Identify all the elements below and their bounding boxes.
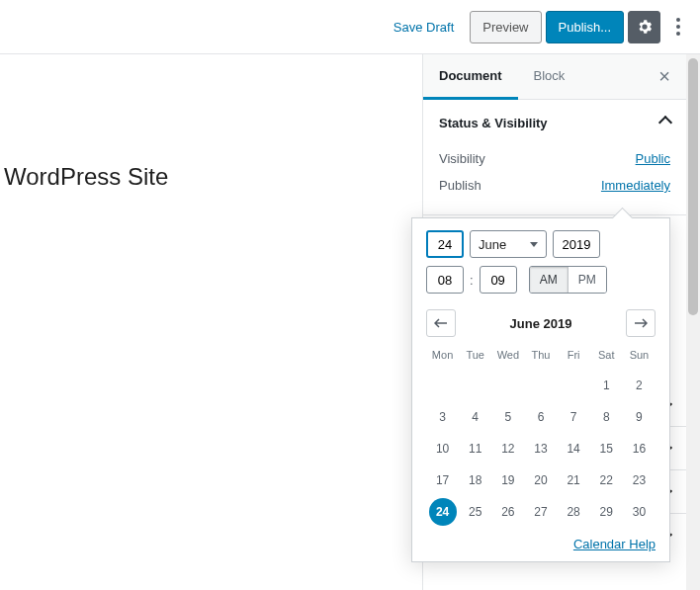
calendar-day[interactable]: 25 — [462, 498, 489, 526]
more-options-button[interactable] — [664, 11, 692, 43]
close-sidebar-button[interactable]: × — [649, 65, 680, 88]
calendar-day[interactable]: 14 — [560, 435, 587, 463]
calendar-dow: Sun — [623, 345, 656, 369]
arrow-right-icon — [634, 318, 648, 328]
visibility-label: Visibility — [439, 151, 485, 166]
calendar-dow: Fri — [558, 345, 590, 369]
scrollbar-thumb[interactable] — [688, 58, 698, 315]
kebab-icon — [676, 18, 680, 36]
calendar: June 2019 MonTueWedThuFriSatSun123456789… — [426, 309, 656, 551]
close-icon: × — [658, 65, 670, 87]
calendar-day[interactable]: 4 — [462, 403, 489, 431]
ampm-toggle: AM PM — [529, 266, 607, 294]
preview-button[interactable]: Preview — [470, 11, 541, 43]
am-button[interactable]: AM — [530, 267, 568, 293]
publish-row: Publish Immediately — [439, 172, 670, 199]
panel-title: Status & Visibility — [439, 116, 548, 130]
calendar-dow: Sat — [590, 345, 623, 369]
calendar-day[interactable]: 27 — [527, 498, 555, 526]
month-select-value: June — [479, 237, 506, 252]
post-title[interactable]: WordPress Site — [0, 163, 422, 191]
calendar-day[interactable]: 2 — [625, 372, 653, 399]
calendar-day[interactable]: 26 — [494, 498, 522, 526]
status-visibility-panel-header[interactable]: Status & Visibility — [423, 100, 686, 145]
editor-canvas[interactable]: WordPress Site — [0, 54, 422, 590]
prev-month-button[interactable] — [426, 309, 456, 337]
hour-input[interactable] — [426, 266, 464, 294]
arrow-left-icon — [434, 318, 448, 328]
calendar-day[interactable]: 8 — [592, 403, 620, 431]
calendar-help-link[interactable]: Calendar Help — [573, 537, 656, 551]
publish-button[interactable]: Publish... — [546, 11, 624, 43]
calendar-day[interactable]: 13 — [527, 435, 555, 463]
month-select[interactable]: June — [470, 230, 547, 258]
calendar-day[interactable]: 21 — [560, 466, 587, 494]
calendar-day[interactable]: 17 — [429, 466, 457, 494]
chevron-up-icon — [660, 115, 670, 130]
calendar-day[interactable]: 23 — [625, 466, 653, 494]
publish-value-link[interactable]: Immediately — [601, 178, 670, 193]
publish-label: Publish — [439, 178, 481, 193]
visibility-row: Visibility Public — [439, 145, 670, 172]
calendar-day[interactable]: 11 — [462, 435, 489, 463]
calendar-day[interactable]: 7 — [560, 403, 587, 431]
save-draft-button[interactable]: Save Draft — [382, 12, 466, 42]
calendar-day[interactable]: 22 — [592, 466, 620, 494]
svg-point-2 — [676, 32, 680, 36]
top-toolbar: Save Draft Preview Publish... — [0, 0, 700, 54]
calendar-day[interactable]: 12 — [494, 435, 522, 463]
calendar-dow: Wed — [491, 345, 524, 369]
minute-input[interactable] — [480, 266, 517, 294]
gear-icon — [636, 18, 654, 36]
calendar-dow: Tue — [459, 345, 491, 369]
calendar-day[interactable]: 18 — [462, 466, 489, 494]
calendar-day[interactable]: 20 — [527, 466, 555, 494]
settings-button[interactable] — [628, 11, 660, 43]
calendar-day[interactable]: 9 — [625, 403, 653, 431]
sidebar-tabs: Document Block × — [423, 54, 686, 100]
calendar-day[interactable]: 30 — [625, 498, 653, 526]
day-input[interactable] — [426, 230, 464, 258]
calendar-dow: Thu — [524, 345, 557, 369]
calendar-day[interactable]: 15 — [592, 435, 620, 463]
year-input[interactable] — [553, 230, 600, 258]
calendar-day[interactable]: 16 — [625, 435, 653, 463]
calendar-dow: Mon — [426, 345, 459, 369]
calendar-month-title: June 2019 — [510, 316, 572, 331]
sidebar-scrollbar[interactable] — [686, 54, 700, 590]
calendar-day[interactable]: 10 — [429, 435, 457, 463]
time-colon: : — [470, 273, 474, 288]
tab-block[interactable]: Block — [518, 54, 581, 100]
calendar-day[interactable]: 19 — [494, 466, 522, 494]
calendar-day[interactable]: 28 — [560, 498, 587, 526]
calendar-day[interactable]: 1 — [592, 372, 620, 399]
pm-button[interactable]: PM — [568, 267, 606, 293]
calendar-day[interactable]: 5 — [494, 403, 522, 431]
datetime-popover: June : AM PM June 2019 MonTueWedThuFriSa… — [411, 217, 670, 562]
svg-point-0 — [676, 18, 680, 22]
calendar-day[interactable]: 29 — [592, 498, 620, 526]
tab-document[interactable]: Document — [423, 54, 518, 100]
calendar-day[interactable]: 24 — [429, 498, 457, 526]
calendar-day[interactable]: 6 — [527, 403, 555, 431]
visibility-value-link[interactable]: Public — [636, 151, 670, 166]
next-month-button[interactable] — [626, 309, 656, 337]
svg-point-1 — [676, 25, 680, 29]
calendar-day[interactable]: 3 — [429, 403, 457, 431]
